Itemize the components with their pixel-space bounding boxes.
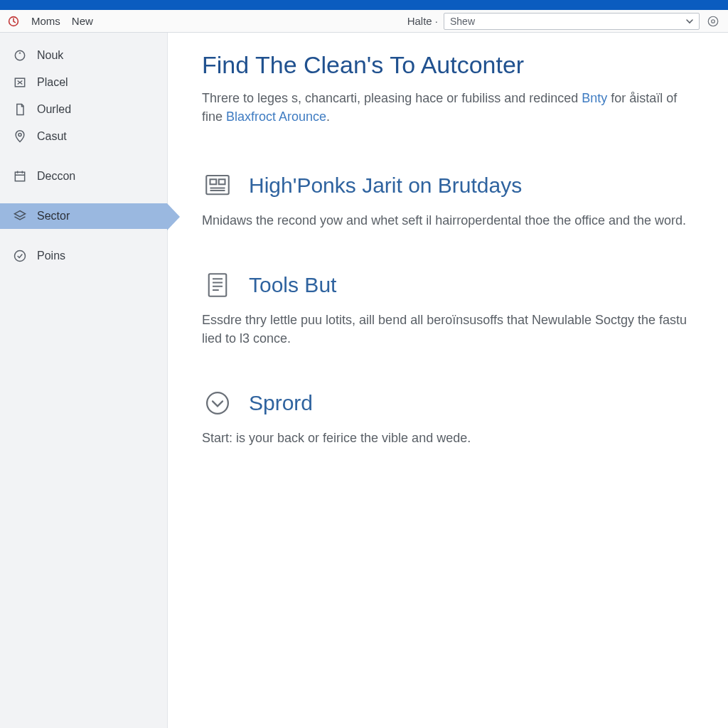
section-body: Essdre thry lettle puu lotits, aill bend… — [202, 311, 694, 348]
svg-point-12 — [207, 393, 228, 414]
sidebar-item-label: Ourled — [37, 103, 71, 116]
svg-point-7 — [15, 251, 26, 262]
gear-button[interactable] — [705, 14, 721, 29]
sidebar: Nouk Placel Ourled Casut Deccon — [0, 33, 168, 728]
halte-label: Halte · — [407, 15, 438, 27]
content-area: Find The Clean's To Autconter Threre to … — [168, 33, 728, 728]
refresh-icon — [13, 48, 27, 63]
section-body: Mnidaws the recond yow and whet seft il … — [202, 211, 694, 230]
section-body: Start: is your back or feirice the vible… — [202, 429, 694, 447]
dashboard-icon — [202, 170, 233, 201]
titlebar — [0, 0, 728, 10]
show-dropdown[interactable]: Shew — [444, 13, 700, 30]
section-high-ponks: High'Ponks Jarit on Brutdays Mnidaws the… — [202, 170, 694, 230]
section-sprord: Sprord Start: is your back or feirice th… — [202, 387, 694, 447]
section-title: High'Ponks Jarit on Brutdays — [249, 173, 522, 198]
show-dropdown-value: Shew — [450, 16, 475, 27]
box-x-icon — [13, 75, 27, 90]
intro-paragraph: Threre to leges s, chancarti, pleasing h… — [202, 89, 692, 126]
svg-point-1 — [708, 16, 718, 26]
svg-rect-9 — [210, 179, 217, 184]
gear-icon — [707, 15, 719, 28]
svg-point-2 — [712, 19, 715, 23]
sidebar-item-sector[interactable]: Sector — [0, 203, 167, 229]
section-tools-but: Tools But Essdre thry lettle puu lotits,… — [202, 269, 694, 348]
sidebar-item-deccon[interactable]: Deccon — [0, 164, 167, 189]
app-icon — [7, 15, 20, 28]
svg-rect-11 — [209, 274, 227, 297]
sidebar-item-poins[interactable]: Poins — [0, 243, 167, 269]
sidebar-item-label: Deccon — [37, 170, 75, 183]
section-title: Sprord — [249, 391, 313, 415]
chevron-down-icon — [685, 16, 695, 26]
note-list-icon — [202, 269, 233, 301]
sidebar-item-label: Sector — [37, 210, 70, 223]
sidebar-item-casut[interactable]: Casut — [0, 124, 167, 149]
sidebar-item-ourled[interactable]: Ourled — [0, 97, 167, 122]
menu-moms[interactable]: Moms — [31, 15, 60, 27]
sidebar-item-placel[interactable]: Placel — [0, 70, 167, 95]
calendar-icon — [13, 169, 27, 183]
check-circle-icon — [13, 249, 27, 263]
sidebar-item-nouk[interactable]: Nouk — [0, 43, 167, 68]
toolbar: Moms New Halte · Shew — [0, 10, 728, 33]
page-title: Find The Clean's To Autconter — [202, 51, 694, 79]
intro-link-blaxfroct[interactable]: Blaxfroct Arounce — [226, 109, 326, 124]
svg-rect-6 — [15, 172, 24, 181]
svg-point-5 — [18, 133, 21, 136]
sidebar-item-label: Nouk — [37, 49, 63, 62]
chevron-down-circle-icon — [202, 387, 233, 419]
sidebar-item-label: Poins — [37, 250, 65, 262]
menu-new[interactable]: New — [72, 15, 93, 27]
sidebar-item-label: Casut — [37, 130, 67, 143]
sidebar-item-label: Placel — [37, 76, 68, 89]
layers-icon — [13, 209, 27, 223]
section-title: Tools But — [249, 273, 336, 297]
location-pin-icon — [13, 129, 27, 144]
intro-link-bnty[interactable]: Bnty — [582, 91, 607, 105]
document-icon — [13, 102, 27, 117]
svg-rect-10 — [219, 179, 225, 184]
